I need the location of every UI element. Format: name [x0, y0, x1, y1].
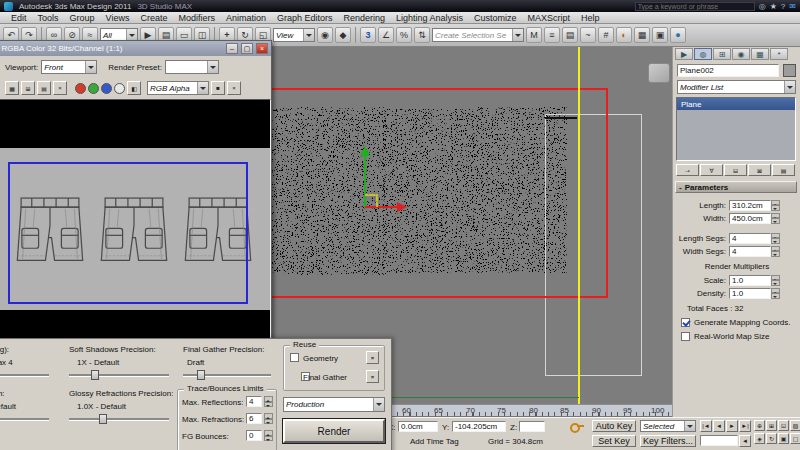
green-channel-icon[interactable] — [88, 83, 99, 94]
region-render-marquee[interactable] — [8, 162, 248, 304]
zoom-extents-icon[interactable]: ⊡ — [778, 420, 789, 431]
make-unique-icon[interactable]: ⊟ — [724, 164, 747, 176]
maximize-viewport-icon[interactable]: ▣ — [778, 433, 789, 444]
max-reflections-spinner[interactable] — [264, 396, 273, 407]
menu-maxscript[interactable]: MAXScript — [523, 13, 576, 23]
layer-manager-icon[interactable]: ▤ — [562, 27, 578, 43]
length-field[interactable] — [729, 200, 771, 211]
pivot-center-icon[interactable]: ◉ — [317, 27, 333, 43]
clear-image-icon[interactable]: × — [53, 81, 67, 95]
play-button[interactable]: ► — [726, 420, 738, 432]
menu-views[interactable]: Views — [101, 13, 135, 23]
fg-bounces-field[interactable] — [246, 430, 262, 441]
go-to-end-button[interactable]: ►| — [739, 420, 751, 432]
remove-modifier-icon[interactable]: ⊠ — [748, 164, 771, 176]
fg-bounces-spinner[interactable] — [264, 430, 273, 441]
menu-edit[interactable]: Edit — [6, 13, 32, 23]
stack-item-plane[interactable]: Plane — [677, 98, 795, 110]
z-coordinate-field[interactable] — [519, 421, 545, 432]
show-end-result-icon[interactable]: ∀ — [700, 164, 723, 176]
max-reflections-field[interactable] — [246, 396, 262, 407]
density-field[interactable] — [729, 288, 771, 299]
zoom-region-icon[interactable]: ▧ — [790, 420, 800, 431]
delete-geometry-file-icon[interactable]: × — [366, 351, 379, 364]
menu-graph-editors[interactable]: Graph Editors — [272, 13, 338, 23]
generate-mapping-checkbox[interactable] — [681, 318, 690, 327]
viewport-dropdown[interactable]: Front — [41, 60, 97, 74]
restore-icon[interactable]: ▢ — [241, 43, 253, 54]
selected-plane-outline[interactable] — [258, 88, 608, 298]
add-time-tag[interactable]: Add Time Tag — [410, 437, 459, 446]
y-coordinate-field[interactable] — [452, 421, 506, 432]
blue-channel-icon[interactable] — [101, 83, 112, 94]
save-image-icon[interactable]: ▦ — [5, 81, 19, 95]
x-coordinate-field[interactable] — [398, 421, 438, 432]
print-image-icon[interactable]: ▤ — [37, 81, 51, 95]
scale-field[interactable] — [729, 275, 771, 286]
dolly-icon[interactable]: ▢ — [790, 433, 800, 444]
length-spinner[interactable] — [771, 200, 780, 211]
auto-key-button[interactable]: Auto Key — [592, 420, 636, 432]
set-key-button[interactable]: Set Key — [592, 435, 636, 447]
object-name-field[interactable] — [677, 64, 779, 77]
set-key-key-icon[interactable] — [570, 422, 584, 430]
infocenter-search-input[interactable] — [635, 2, 755, 11]
parameters-rollout-header[interactable]: - Parameters — [675, 181, 797, 193]
key-selection-dropdown[interactable]: Selected — [640, 420, 696, 432]
communication-center-icon[interactable]: ✉ — [789, 2, 796, 11]
menu-rendering[interactable]: Rendering — [339, 13, 391, 23]
rendered-image[interactable] — [0, 99, 271, 343]
tab-display-icon[interactable]: ▦ — [751, 48, 769, 60]
object-color-swatch[interactable] — [783, 64, 796, 77]
search-icon[interactable]: ◎ — [759, 2, 766, 11]
mirror-icon[interactable]: M — [526, 27, 542, 43]
antialiasing-slider[interactable] — [0, 370, 49, 380]
named-selection-dropdown[interactable]: Create Selection Se — [432, 28, 524, 42]
clone-window-icon[interactable]: ⊞ — [21, 81, 35, 95]
width-field[interactable] — [729, 213, 771, 224]
pin-stack-icon[interactable]: ⊸ — [676, 164, 699, 176]
help-icon[interactable]: ? — [781, 2, 785, 11]
tab-modify-icon[interactable]: ◍ — [694, 48, 712, 60]
coordinate-system-dropdown[interactable]: View — [273, 28, 315, 42]
pan-icon[interactable]: ◈ — [754, 433, 765, 444]
orbit-icon[interactable]: ↻ — [766, 433, 777, 444]
viewcube[interactable] — [648, 63, 670, 83]
tab-utilities-icon[interactable]: * — [770, 48, 788, 60]
select-manipulate-icon[interactable]: ◆ — [335, 27, 351, 43]
curve-editor-icon[interactable]: ~ — [580, 27, 596, 43]
width-segs-field[interactable] — [729, 246, 771, 257]
menu-lighting-analysis[interactable]: Lighting Analysis — [391, 13, 468, 23]
current-frame-field[interactable] — [700, 435, 738, 446]
favorites-star-icon[interactable]: ★ — [770, 2, 777, 11]
length-segs-spinner[interactable] — [771, 233, 780, 244]
modifier-list-dropdown[interactable]: Modifier List — [677, 80, 796, 94]
zoom-icon[interactable]: ⊕ — [754, 420, 765, 431]
key-filters-button[interactable]: Key Filters... — [640, 435, 696, 447]
real-world-checkbox[interactable] — [681, 332, 690, 341]
mono-channel-icon[interactable] — [114, 83, 125, 94]
final-gather-slider[interactable] — [183, 370, 271, 380]
rendered-frame-window-icon[interactable]: ▣ — [652, 27, 668, 43]
menu-customize[interactable]: Customize — [469, 13, 522, 23]
delete-final-gather-file-icon[interactable]: × — [366, 370, 379, 383]
schematic-view-icon[interactable]: # — [598, 27, 614, 43]
menu-modifiers[interactable]: Modifiers — [173, 13, 220, 23]
render-setup-icon[interactable]: ▦ — [634, 27, 650, 43]
previous-frame-button[interactable]: ◄ — [713, 420, 725, 432]
next-frame-button[interactable]: ◄ — [739, 435, 751, 447]
rendered-frame-titlebar[interactable]: frame 0, RGBA Color 32 Bits/Channel (1:1… — [0, 41, 271, 56]
glossy-reflections-slider[interactable] — [0, 414, 49, 424]
tab-motion-icon[interactable]: ◉ — [732, 48, 750, 60]
density-spinner[interactable] — [771, 288, 780, 299]
close-icon[interactable]: × — [256, 43, 268, 54]
length-segs-field[interactable] — [729, 233, 771, 244]
angle-snap-icon[interactable]: ∠ — [378, 27, 394, 43]
go-to-start-button[interactable]: |◄ — [700, 420, 712, 432]
tab-create-icon[interactable]: ▶ — [675, 48, 693, 60]
max-refractions-spinner[interactable] — [264, 413, 273, 424]
tab-hierarchy-icon[interactable]: ⊞ — [713, 48, 731, 60]
minimize-icon[interactable]: – — [226, 43, 238, 54]
clear-swatch-icon[interactable]: × — [227, 81, 241, 95]
scale-spinner[interactable] — [771, 275, 780, 286]
